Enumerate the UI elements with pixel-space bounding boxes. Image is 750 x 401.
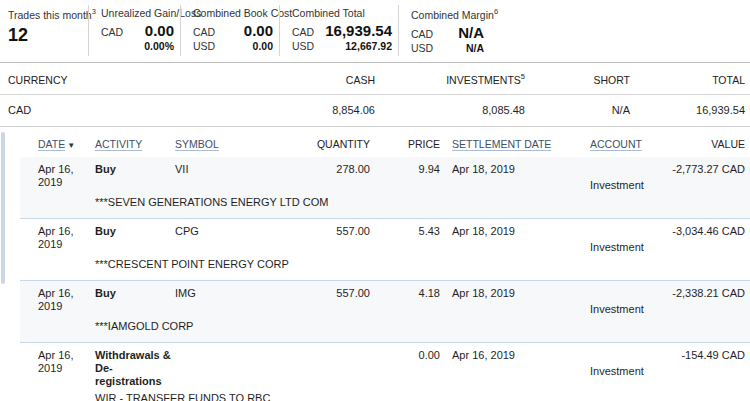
value-cell: -3,034.46 CAD bbox=[672, 225, 745, 254]
total-cell: 16,939.54 bbox=[630, 95, 745, 126]
summary-card-combined-margin: Combined Margin6 CAD N/A USD N/A bbox=[398, 5, 490, 56]
total-column-header: TOTAL bbox=[630, 65, 745, 94]
value-cell: -2,773.27 CAD bbox=[672, 163, 745, 192]
currency-code: USD bbox=[193, 40, 223, 52]
price-cell: 0.00 bbox=[370, 349, 440, 388]
settlement-date-cell: Apr 16, 2019 bbox=[440, 349, 562, 388]
symbol-cell: CPG bbox=[175, 225, 260, 254]
symbol-column-sort[interactable]: SYMBOL bbox=[175, 138, 260, 150]
currency-table-header: CURRENCY CASH INVESTMENTS5 SHORT TOTAL bbox=[0, 63, 750, 95]
summary-card-unrealized-gain-loss: Unrealized Gain/Loss CAD 0.00 0.00% bbox=[88, 5, 180, 56]
transaction-description: ***IAMGOLD CORP bbox=[95, 320, 750, 333]
sort-descending-icon: ▼ bbox=[67, 141, 75, 150]
symbol-cell bbox=[175, 349, 260, 388]
trades-this-month-label: Trades this month3 bbox=[8, 7, 82, 21]
account-cell: Investment bbox=[562, 163, 672, 192]
cash-cell: 8,854.06 bbox=[173, 95, 375, 126]
investments-cell: 8,085.48 bbox=[375, 95, 525, 126]
short-column-header: SHORT bbox=[525, 65, 630, 94]
combined-margin-usd: N/A bbox=[441, 42, 484, 54]
account-column-sort[interactable]: ACCOUNT bbox=[562, 138, 672, 150]
currency-code: CAD bbox=[101, 26, 131, 38]
quantity-cell: 557.00 bbox=[260, 225, 370, 254]
transaction-row: Apr 16, 2019 Buy CPG 557.00 5.43 Apr 18,… bbox=[20, 219, 750, 281]
combined-total-usd: 12,667.92 bbox=[322, 40, 392, 52]
activity-column-sort[interactable]: ACTIVITY bbox=[95, 138, 175, 150]
symbol-cell: IMG bbox=[175, 287, 260, 316]
date-cell: Apr 16, 2019 bbox=[20, 287, 95, 316]
value-cell: -2,338.21 CAD bbox=[672, 287, 745, 316]
transaction-row: Apr 16, 2019 Withdrawals & De-registrati… bbox=[20, 343, 750, 401]
currency-code: CAD bbox=[411, 28, 441, 40]
transactions-header-row: DATE▼ ACTIVITY SYMBOL QUANTITY PRICE SET… bbox=[20, 132, 750, 157]
cash-column-header: CASH bbox=[173, 65, 375, 94]
settlement-date-cell: Apr 18, 2019 bbox=[440, 287, 562, 316]
settlement-date-cell: Apr 18, 2019 bbox=[440, 163, 562, 192]
transactions-table: DATE▼ ACTIVITY SYMBOL QUANTITY PRICE SET… bbox=[20, 132, 750, 401]
activity-cell: Buy bbox=[95, 225, 175, 254]
currency-code: CAD bbox=[292, 26, 322, 38]
combined-book-cost-cad: 0.00 bbox=[223, 22, 273, 39]
unrealized-gain-loss-label: Unrealized Gain/Loss bbox=[101, 7, 174, 19]
transaction-description: ***CRESCENT POINT ENERGY CORP bbox=[95, 258, 750, 271]
unrealized-gain-loss-cad: 0.00 bbox=[131, 22, 174, 39]
currency-cell: CAD bbox=[8, 95, 173, 126]
currency-row-cad: CAD 8,854.06 8,085.48 N/A 16,939.54 bbox=[0, 95, 750, 127]
combined-margin-cad: N/A bbox=[441, 24, 484, 41]
vertical-scrollbar[interactable] bbox=[1, 132, 5, 284]
combined-book-cost-label: Combined Book Cost bbox=[193, 7, 273, 19]
combined-book-cost-usd: 0.00 bbox=[223, 40, 273, 52]
quantity-cell bbox=[260, 349, 370, 388]
price-cell: 9.94 bbox=[370, 163, 440, 192]
summary-card-combined-total: Combined Total CAD 16,939.54 USD 12,667.… bbox=[279, 5, 398, 56]
account-summary-bar: Trades this month3 12 Unrealized Gain/Lo… bbox=[0, 0, 750, 56]
transaction-row: Apr 16, 2019 Buy VII 278.00 9.94 Apr 18,… bbox=[20, 157, 750, 219]
settlement-date-column-sort[interactable]: SETTLEMENT DATE bbox=[440, 138, 562, 150]
settlement-date-cell: Apr 18, 2019 bbox=[440, 225, 562, 254]
currency-code: USD bbox=[411, 42, 441, 54]
symbol-cell: VII bbox=[175, 163, 260, 192]
transaction-description: ***SEVEN GENERATIONS ENERGY LTD COM bbox=[95, 196, 750, 209]
combined-total-cad: 16,939.54 bbox=[322, 22, 392, 39]
date-cell: Apr 16, 2019 bbox=[20, 225, 95, 254]
quantity-cell: 557.00 bbox=[260, 287, 370, 316]
investments-column-header: INVESTMENTS5 bbox=[375, 63, 525, 94]
combined-margin-label: Combined Margin6 bbox=[411, 7, 484, 21]
price-column-header: PRICE bbox=[370, 138, 440, 150]
activity-cell: Buy bbox=[95, 163, 175, 192]
unrealized-gain-loss-pct: 0.00% bbox=[131, 40, 174, 52]
value-column-header: VALUE bbox=[672, 138, 745, 150]
currency-balances-table: CURRENCY CASH INVESTMENTS5 SHORT TOTAL C… bbox=[0, 62, 750, 127]
currency-code: CAD bbox=[193, 26, 223, 38]
activity-cell: Buy bbox=[95, 287, 175, 316]
short-cell: N/A bbox=[525, 95, 630, 126]
transaction-row: Apr 16, 2019 Buy IMG 557.00 4.18 Apr 18,… bbox=[20, 281, 750, 343]
date-column-sort[interactable]: DATE▼ bbox=[20, 138, 95, 150]
transaction-description: WIR - TRANSFER FUNDS TO RBC bbox=[95, 392, 750, 401]
combined-total-label: Combined Total bbox=[292, 7, 392, 19]
trades-this-month-value: 12 bbox=[8, 25, 82, 46]
footnote-6: 6 bbox=[494, 7, 498, 16]
summary-card-trades: Trades this month3 12 bbox=[8, 5, 88, 56]
account-cell: Investment bbox=[562, 287, 672, 316]
activity-cell: Withdrawals & De-registrations bbox=[95, 349, 175, 388]
currency-code: USD bbox=[292, 40, 322, 52]
price-cell: 4.18 bbox=[370, 287, 440, 316]
account-cell: Investment bbox=[562, 349, 672, 388]
account-cell: Investment bbox=[562, 225, 672, 254]
currency-column-header: CURRENCY bbox=[8, 65, 173, 94]
price-cell: 5.43 bbox=[370, 225, 440, 254]
quantity-cell: 278.00 bbox=[260, 163, 370, 192]
summary-card-combined-book-cost: Combined Book Cost CAD 0.00 USD 0.00 bbox=[180, 5, 279, 56]
date-cell: Apr 16, 2019 bbox=[20, 349, 95, 388]
value-cell: -154.49 CAD bbox=[672, 349, 745, 388]
quantity-column-header: QUANTITY bbox=[260, 138, 370, 150]
date-cell: Apr 16, 2019 bbox=[20, 163, 95, 192]
